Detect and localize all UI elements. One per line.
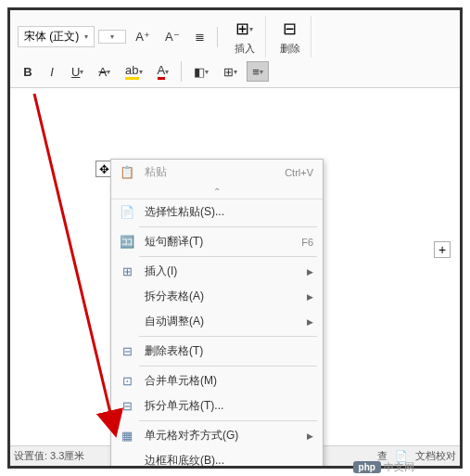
split-cells-icon: ⊟ [119,399,135,414]
chevron-right-icon: ▶ [307,431,313,441]
chevron-down-icon: ▾ [84,32,88,41]
status-setting: 设置值: 3.3厘米 [14,449,84,463]
alignment-button[interactable]: ≡▾ [247,61,269,82]
menu-label: 合并单元格(M) [145,373,313,389]
chevron-down-icon: ▾ [205,68,209,76]
add-column-button[interactable]: + [434,241,451,258]
chevron-down-icon: ▾ [139,68,143,76]
chevron-down-icon: ▾ [80,68,83,76]
menu-label: 删除表格(T) [145,343,313,359]
increase-font-button[interactable]: A⁺ [130,27,156,47]
menu-label: 插入(I) [145,264,298,279]
underline-button[interactable]: U▾ [66,61,89,82]
insert-table-icon: ⊞ [235,19,249,39]
font-size-selector[interactable]: ▾ [98,30,126,44]
menu-collapse-toggle[interactable]: ⌃ [111,185,323,199]
menu-label: 粘贴 [145,164,275,180]
increase-font-icon: A⁺ [135,30,150,44]
chevron-down-icon: ▾ [260,68,263,76]
context-menu: 📋 粘贴 Ctrl+V ⌃ 📄 选择性粘贴(S)... 🈁 短句翻译(T) F6… [110,159,324,469]
menu-divider [139,256,317,257]
menu-item-paste[interactable]: 📋 粘贴 Ctrl+V [111,160,323,185]
menu-divider [139,226,317,227]
decrease-font-icon: A⁻ [165,30,180,44]
strikethrough-button[interactable]: A▾ [93,61,116,82]
chevron-down-icon: ▾ [110,32,114,41]
menu-item-delete-table[interactable]: ⊟ 删除表格(T) [111,339,323,364]
chevron-down-icon: ▾ [107,68,110,76]
font-color-button[interactable]: A▾ [152,61,175,82]
font-name-selector[interactable]: 宋体 (正文) ▾ [18,26,95,47]
delete-table-icon: ⊟ [119,344,135,359]
font-name-value: 宋体 (正文) [24,29,79,45]
menu-label: 单元格对齐方式(G) [145,428,298,444]
merge-cells-icon: ⊡ [119,374,135,389]
italic-icon: I [50,65,54,79]
chevron-down-icon: ▾ [165,68,169,76]
delete-table-icon: ⊟ [283,19,297,39]
menu-shortcut: F6 [301,237,313,248]
fill-color-button[interactable]: ◧▾ [188,61,214,82]
menu-label: 选择性粘贴(S)... [145,204,313,220]
menu-label: 拆分单元格(T)... [145,398,313,414]
status-proofing[interactable]: 文档校对 [415,449,456,463]
italic-button[interactable]: I [42,61,62,82]
borders-button[interactable]: ⊞▾ [218,61,243,82]
borders-icon: ⊞ [223,65,234,79]
insert-group[interactable]: ⊞▾ 插入 [224,16,266,58]
move-icon: ✥ [99,162,109,176]
chevron-right-icon: ▶ [307,267,313,277]
menu-label: 边框和底纹(B)... [145,453,313,469]
watermark-text: 中文网 [384,461,414,472]
translate-icon: 🈁 [119,235,135,250]
menu-item-merge-cells[interactable]: ⊡ 合并单元格(M) [111,368,323,393]
decrease-font-button[interactable]: A⁻ [159,27,185,47]
table-icon: ⊞ [119,264,135,279]
menu-shortcut: Ctrl+V [285,167,313,178]
bold-button[interactable]: B [18,61,38,82]
menu-label: 拆分表格(A) [145,289,298,304]
menu-item-borders-shading[interactable]: 边框和底纹(B)... [111,448,323,469]
menu-item-cell-alignment[interactable]: ▦ 单元格对齐方式(G) ▶ [111,423,323,448]
paste-icon: 📋 [119,165,135,180]
underline-icon: U [71,65,80,79]
bucket-icon: ◧ [194,65,205,79]
strike-icon: A [98,65,107,79]
delete-group-label: 删除 [280,42,300,56]
menu-divider [139,336,317,337]
paste-special-icon: 📄 [119,205,135,220]
chevron-down-icon: ▾ [234,68,237,76]
menu-item-split-table[interactable]: 拆分表格(A) ▶ [111,284,323,309]
menu-item-autofit[interactable]: 自动调整(A) ▶ [111,309,323,334]
highlight-color-button[interactable]: ab▾ [120,61,147,82]
chevron-right-icon: ▶ [307,292,313,302]
align-icon: ▦ [119,429,135,444]
menu-label: 短句翻译(T) [145,234,292,250]
indent-button[interactable]: ≣ [189,27,210,47]
chevron-right-icon: ▶ [307,317,313,327]
plus-icon: + [438,242,446,257]
chevron-up-icon: ⌃ [213,187,221,197]
menu-divider [139,420,317,421]
menu-item-translate[interactable]: 🈁 短句翻译(T) F6 [111,229,323,254]
indent-icon: ≣ [195,30,205,44]
bold-icon: B [23,65,32,79]
menu-item-insert[interactable]: ⊞ 插入(I) ▶ [111,259,323,284]
delete-group[interactable]: ⊟ 删除 [270,16,311,58]
menu-divider [139,366,317,367]
watermark: php 中文网 [353,460,414,474]
align-icon: ≡ [252,65,260,79]
highlight-icon: ab [125,63,138,80]
php-badge: php [353,461,381,473]
insert-group-label: 插入 [235,42,255,56]
font-color-icon: A [158,63,166,80]
menu-label: 自动调整(A) [145,314,298,329]
chevron-down-icon: ▾ [249,25,253,33]
menu-item-paste-special[interactable]: 📄 选择性粘贴(S)... [111,199,323,225]
menu-item-split-cells[interactable]: ⊟ 拆分单元格(T)... [111,393,323,418]
